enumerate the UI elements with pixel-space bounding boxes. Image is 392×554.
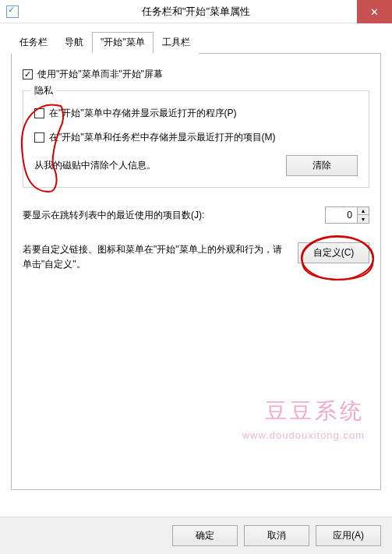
tab-start-menu[interactable]: "开始"菜单 (92, 32, 154, 54)
store-items-label: 在"开始"菜单和任务栏中存储并显示最近打开的项目(M) (49, 131, 276, 144)
tab-panel: 使用"开始"菜单而非"开始"屏幕 隐私 在"开始"菜单中存储并显示最近打开的程序… (11, 54, 381, 490)
clear-personal-label: 从我的磁贴中清除个人信息。 (34, 159, 156, 172)
use-start-menu-checkbox[interactable] (23, 69, 33, 79)
watermark-url: www.doudouxitong.com (242, 428, 365, 443)
store-programs-checkbox[interactable] (34, 108, 44, 118)
dialog-footer: 确定 取消 应用(A) (0, 517, 392, 554)
store-items-checkbox[interactable] (34, 132, 44, 143)
clear-button[interactable]: 清除 (286, 155, 358, 176)
watermark: 豆豆系统 www.doudouxitong.com (242, 395, 365, 443)
spinner-up[interactable]: ▲ (358, 207, 369, 215)
jumplist-label: 要显示在跳转列表中的最近使用的项目数(J): (23, 209, 204, 222)
tab-bar: 任务栏 导航 "开始"菜单 工具栏 (11, 31, 381, 54)
jumplist-spinner[interactable]: ▲ ▼ (325, 206, 369, 224)
tab-navigation[interactable]: 导航 (56, 32, 92, 54)
customize-description: 若要自定义链接、图标和菜单在"开始"菜单上的外观和行为，请单击"自定义"。 (23, 242, 290, 272)
apply-button[interactable]: 应用(A) (316, 525, 381, 546)
ok-button[interactable]: 确定 (172, 525, 238, 546)
app-icon (6, 5, 19, 18)
tab-taskbar[interactable]: 任务栏 (11, 32, 56, 54)
privacy-group: 隐私 在"开始"菜单中存储并显示最近打开的程序(P) 在"开始"菜单和任务栏中存… (23, 90, 369, 188)
store-programs-label: 在"开始"菜单中存储并显示最近打开的程序(P) (49, 107, 237, 120)
jumplist-input[interactable] (326, 207, 357, 223)
close-button[interactable]: ✕ (357, 0, 392, 23)
window-title: 任务栏和"开始"菜单属性 (142, 5, 250, 19)
privacy-legend: 隐私 (31, 84, 56, 97)
use-start-menu-label: 使用"开始"菜单而非"开始"屏幕 (37, 68, 163, 81)
watermark-name: 豆豆系统 (242, 395, 365, 428)
spinner-down[interactable]: ▼ (358, 215, 369, 223)
tab-toolbars[interactable]: 工具栏 (154, 32, 199, 54)
customize-button[interactable]: 自定义(C) (298, 242, 369, 263)
cancel-button[interactable]: 取消 (244, 525, 309, 546)
